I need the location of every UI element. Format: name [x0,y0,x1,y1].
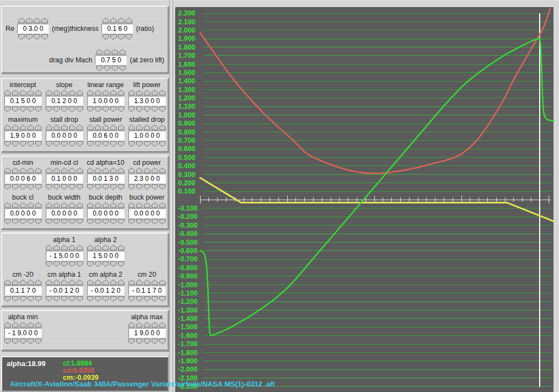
spinner-up-arrow[interactable] [111,49,118,55]
spinner-up-arrow[interactable] [35,125,42,130]
spinner-down-arrow[interactable] [128,141,135,147]
spinner-down-arrow[interactable] [128,106,135,112]
value-field[interactable]: 0.1 5 0 0 [4,96,42,106]
spinner-up-arrow[interactable] [4,202,11,208]
spinner-up-arrow[interactable] [46,280,52,285]
spinner-down-arrow[interactable] [159,106,166,112]
spinner-up-arrow[interactable] [28,90,34,95]
spinner-down-arrow[interactable] [69,106,76,112]
spinner-up-arrow[interactable] [95,90,101,95]
spinner-up-arrow[interactable] [110,18,117,23]
value-field[interactable]: - 0.0 1 2 0 [46,286,83,296]
spinner-up-arrow[interactable] [69,202,76,208]
spinner-down-arrow[interactable] [41,34,48,40]
spinner-up-arrow[interactable] [152,280,158,285]
spinner-down-arrow[interactable] [87,261,94,267]
spinner-up-arrow[interactable] [61,125,68,130]
spinner-up-arrow[interactable] [136,90,143,95]
spinner-down-arrow[interactable] [46,296,52,302]
spinner-up-arrow[interactable] [35,322,42,327]
spinner-up-arrow[interactable] [103,202,109,208]
spinner-up-arrow[interactable] [159,168,166,173]
spinner-up-arrow[interactable] [18,18,25,23]
spinner-down-arrow[interactable] [12,219,19,224]
spinner-down-arrow[interactable] [87,184,94,190]
spinner-up-arrow[interactable] [53,168,60,173]
spinner-up-arrow[interactable] [103,18,109,23]
spinner-down-arrow[interactable] [77,141,83,147]
spinner-up-arrow[interactable] [20,125,26,130]
spinner-up-arrow[interactable] [103,125,109,130]
spinner-up-arrow[interactable] [136,168,143,173]
spinner-down-arrow[interactable] [18,34,25,40]
spinner-down-arrow[interactable] [28,184,34,190]
spinner-up-arrow[interactable] [152,322,158,327]
spinner-down-arrow[interactable] [110,34,117,40]
spinner-down-arrow[interactable] [118,106,125,112]
spinner-up-arrow[interactable] [136,125,143,130]
spinner-down-arrow[interactable] [96,66,103,71]
spinner-up-arrow[interactable] [136,322,143,327]
spinner-down-arrow[interactable] [159,219,166,224]
spinner-up-arrow[interactable] [53,125,60,130]
spinner-down-arrow[interactable] [4,219,11,224]
spinner-up-arrow[interactable] [20,168,26,173]
spinner-down-arrow[interactable] [53,141,60,147]
spinner-up-arrow[interactable] [53,245,60,250]
value-field[interactable]: 0.0 0 0 0 [4,208,42,218]
spinner-down-arrow[interactable] [118,34,125,40]
value-field[interactable]: 0 3.0 0 [17,24,49,34]
spinner-down-arrow[interactable] [12,141,19,147]
spinner-up-arrow[interactable] [110,245,117,250]
spinner-down-arrow[interactable] [35,106,42,112]
spinner-down-arrow[interactable] [110,296,117,302]
spinner-up-arrow[interactable] [103,168,109,173]
spinner-up-arrow[interactable] [144,202,150,208]
spinner-up-arrow[interactable] [144,322,150,327]
spinner-up-arrow[interactable] [26,18,33,23]
spinner-up-arrow[interactable] [77,245,83,250]
value-field[interactable]: 0.0 1 3 0 [87,174,125,184]
spinner-down-arrow[interactable] [103,219,109,224]
spinner-up-arrow[interactable] [95,245,101,250]
spinner-down-arrow[interactable] [61,219,68,224]
spinner-up-arrow[interactable] [159,322,166,327]
spinner-down-arrow[interactable] [110,184,117,190]
spinner-down-arrow[interactable] [136,106,143,112]
value-field[interactable]: - 1 9.0 0 0 [4,328,42,338]
spinner-up-arrow[interactable] [46,202,52,208]
spinner-up-arrow[interactable] [12,202,19,208]
spinner-down-arrow[interactable] [35,339,42,344]
spinner-down-arrow[interactable] [87,219,94,224]
value-field[interactable]: 0.1 2 0 0 [46,96,83,106]
spinner-up-arrow[interactable] [110,168,117,173]
polar-plot-area[interactable]: 2.2002.1002.0001.9001.8001.7001.6001.500… [175,7,553,392]
spinner-up-arrow[interactable] [61,280,68,285]
spinner-down-arrow[interactable] [152,106,158,112]
spinner-up-arrow[interactable] [77,280,83,285]
spinner-down-arrow[interactable] [35,184,42,190]
spinner-down-arrow[interactable] [77,219,83,224]
spinner-down-arrow[interactable] [136,184,143,190]
spinner-up-arrow[interactable] [118,18,125,23]
spinner-up-arrow[interactable] [4,280,11,285]
spinner-up-arrow[interactable] [152,90,158,95]
spinner-down-arrow[interactable] [12,296,19,302]
spinner-up-arrow[interactable] [77,90,83,95]
spinner-up-arrow[interactable] [118,125,125,130]
spinner-up-arrow[interactable] [28,168,34,173]
spinner-down-arrow[interactable] [77,261,83,267]
spinner-up-arrow[interactable] [12,90,19,95]
spinner-up-arrow[interactable] [159,125,166,130]
spinner-up-arrow[interactable] [110,202,117,208]
spinner-up-arrow[interactable] [128,90,135,95]
spinner-up-arrow[interactable] [4,90,11,95]
spinner-up-arrow[interactable] [136,280,143,285]
spinner-down-arrow[interactable] [46,106,52,112]
spinner-up-arrow[interactable] [144,280,150,285]
spinner-up-arrow[interactable] [110,280,117,285]
spinner-down-arrow[interactable] [103,296,109,302]
spinner-up-arrow[interactable] [103,245,109,250]
spinner-up-arrow[interactable] [128,168,135,173]
spinner-down-arrow[interactable] [61,141,68,147]
